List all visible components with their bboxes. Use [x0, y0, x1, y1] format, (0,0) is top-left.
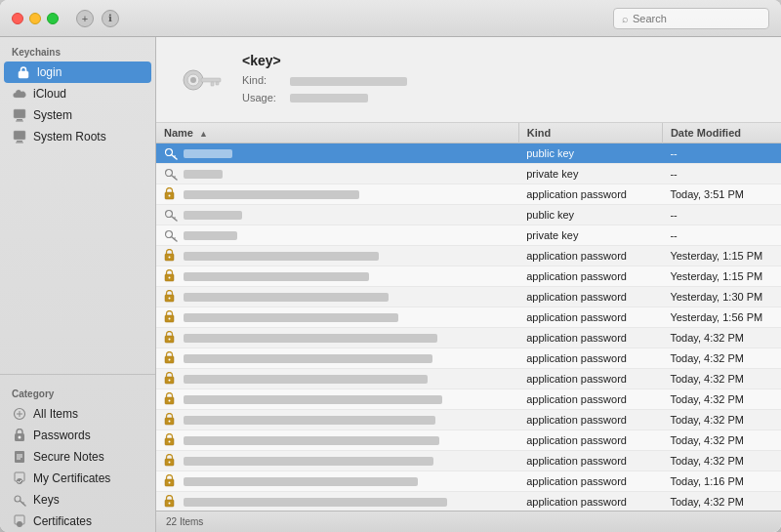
kind-cell: application password: [518, 430, 662, 451]
my-certs-label: My Certificates: [33, 471, 110, 485]
keys-label: Keys: [33, 493, 60, 507]
table-row[interactable]: application passwordYesterday, 1:15 PM: [156, 266, 781, 287]
table-row[interactable]: application passwordToday, 4:32 PM: [156, 430, 781, 451]
name-cell-text: [184, 436, 439, 445]
svg-point-23: [17, 521, 22, 527]
lock-icon: [164, 187, 178, 201]
svg-rect-5: [14, 131, 25, 140]
search-input[interactable]: [633, 13, 750, 24]
table-row[interactable]: application passwordYesterday, 1:56 PM: [156, 307, 781, 328]
kind-value-blurred: [290, 77, 407, 86]
kind-cell: application password: [518, 492, 662, 511]
date-cell: Today, 1:16 PM: [662, 471, 781, 492]
sidebar-item-system[interactable]: System: [0, 104, 155, 126]
date-cell: Today, 4:32 PM: [662, 328, 781, 348]
sidebar-item-icloud[interactable]: iCloud: [0, 83, 155, 104]
name-cell-text: [184, 354, 432, 363]
col-header-name[interactable]: Name ▲: [156, 123, 518, 143]
table-row[interactable]: application passwordToday, 4:32 PM: [156, 348, 781, 369]
kind-cell: application password: [518, 184, 662, 205]
date-cell: Today, 4:32 PM: [662, 348, 781, 369]
table-row[interactable]: application passwordToday, 4:32 PM: [156, 369, 781, 389]
table-row[interactable]: public key--: [156, 205, 781, 225]
name-cell-text: [184, 477, 418, 486]
name-cell-text: [184, 211, 242, 220]
detail-panel: <key> Kind: Usage:: [156, 37, 781, 532]
sidebar-item-certs[interactable]: Certificates: [0, 511, 155, 532]
main-content: Keychains login iCloud: [0, 37, 781, 532]
col-header-date[interactable]: Date Modified: [662, 123, 781, 143]
table-row[interactable]: application passwordToday, 4:32 PM: [156, 451, 781, 471]
sidebar-item-all-items[interactable]: All Items: [0, 403, 155, 425]
search-bar[interactable]: ⌕: [613, 8, 769, 29]
add-button[interactable]: +: [76, 10, 94, 27]
table-row[interactable]: application passwordToday, 4:32 PM: [156, 389, 781, 410]
table-row[interactable]: application passwordYesterday, 1:15 PM: [156, 246, 781, 266]
traffic-lights: [12, 13, 59, 24]
table-row[interactable]: public key--: [156, 143, 781, 164]
svg-point-29: [190, 77, 196, 83]
search-icon: ⌕: [622, 13, 629, 24]
svg-point-55: [169, 359, 171, 361]
table-row[interactable]: application passwordToday, 4:32 PM: [156, 410, 781, 430]
icloud-icon: [12, 86, 27, 102]
lock-icon: [164, 495, 178, 509]
titlebar: + ℹ ⌕: [0, 0, 781, 37]
kind-cell: public key: [518, 143, 662, 164]
lock-icon: [164, 454, 178, 468]
kind-label: Kind:: [242, 72, 287, 90]
table-row[interactable]: private key--: [156, 225, 781, 246]
system-icon: [12, 107, 27, 123]
svg-rect-2: [14, 109, 25, 118]
close-button[interactable]: [12, 13, 23, 24]
kind-cell: application password: [518, 328, 662, 348]
svg-point-47: [169, 277, 171, 279]
icloud-label: iCloud: [33, 87, 66, 101]
info-button[interactable]: ℹ: [102, 10, 119, 27]
kind-cell: application password: [518, 369, 662, 389]
table-row[interactable]: private key--: [156, 164, 781, 184]
zoom-button[interactable]: [47, 13, 59, 24]
key-icon: [164, 228, 178, 242]
svg-rect-6: [17, 141, 22, 143]
table-row[interactable]: application passwordToday, 1:16 PM: [156, 471, 781, 492]
key-icon: [164, 167, 178, 181]
table-row[interactable]: application passwordToday, 4:32 PM: [156, 492, 781, 511]
table-row[interactable]: application passwordToday, 3:51 PM: [156, 184, 781, 205]
bottom-bar: 22 Items: [156, 511, 781, 532]
table-container[interactable]: Name ▲ Kind Date Modified public key--pr…: [156, 123, 781, 511]
name-cell-text: [184, 170, 223, 179]
sidebar-item-system-roots[interactable]: System Roots: [0, 126, 155, 147]
key-info: <key> Kind: Usage:: [242, 53, 407, 106]
minimize-button[interactable]: [29, 13, 41, 24]
svg-point-67: [169, 482, 171, 484]
date-cell: --: [662, 205, 781, 225]
date-cell: Yesterday, 1:56 PM: [662, 307, 781, 328]
name-cell-text: [184, 313, 398, 322]
kind-cell: application password: [518, 246, 662, 266]
kind-cell: application password: [518, 389, 662, 410]
sidebar-item-secure-notes[interactable]: Secure Notes: [0, 446, 155, 468]
sort-arrow-icon: ▲: [199, 129, 208, 139]
table-row[interactable]: application passwordYesterday, 1:30 PM: [156, 287, 781, 307]
table-header-row: Name ▲ Kind Date Modified: [156, 123, 781, 143]
kind-cell: application password: [518, 451, 662, 471]
table-row[interactable]: application passwordToday, 4:32 PM: [156, 328, 781, 348]
all-items-label: All Items: [33, 407, 78, 421]
svg-rect-26: [201, 78, 221, 82]
svg-point-53: [169, 339, 171, 341]
name-cell-text: [184, 231, 237, 240]
sidebar-item-passwords[interactable]: Passwords: [0, 425, 155, 446]
sidebar-item-login[interactable]: login: [4, 61, 151, 83]
table-body: public key--private key--application pas…: [156, 143, 781, 511]
name-cell-text: [184, 293, 389, 302]
col-header-kind[interactable]: Kind: [518, 123, 662, 143]
kind-cell: private key: [518, 225, 662, 246]
lock-icon: [164, 392, 178, 406]
system-roots-label: System Roots: [33, 130, 106, 143]
secure-notes-icon: [12, 449, 27, 465]
name-cell-text: [184, 395, 442, 404]
sidebar-item-my-certs[interactable]: My Certificates: [0, 468, 155, 489]
sidebar-item-keys[interactable]: Keys: [0, 489, 155, 511]
date-cell: Today, 4:32 PM: [662, 451, 781, 471]
